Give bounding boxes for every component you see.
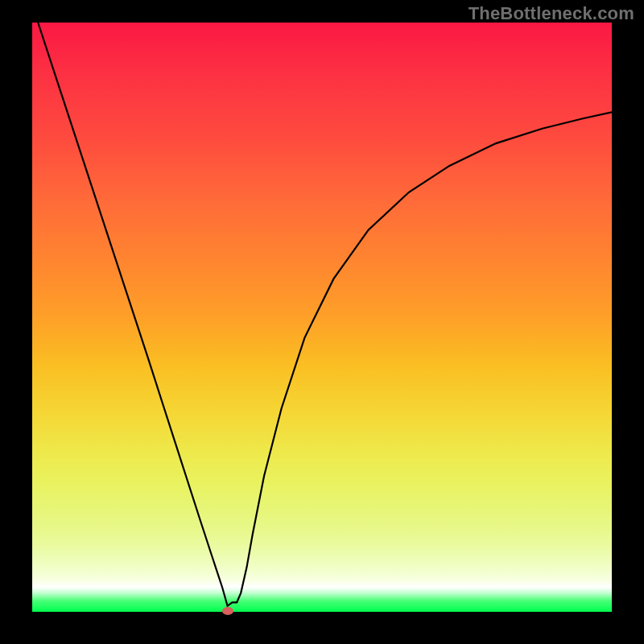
minimum-marker: [222, 607, 233, 615]
bottleneck-curve: [32, 23, 612, 612]
chart-frame: TheBottleneck.com: [0, 0, 644, 644]
watermark-text: TheBottleneck.com: [469, 3, 634, 24]
curve-path: [38, 23, 612, 606]
